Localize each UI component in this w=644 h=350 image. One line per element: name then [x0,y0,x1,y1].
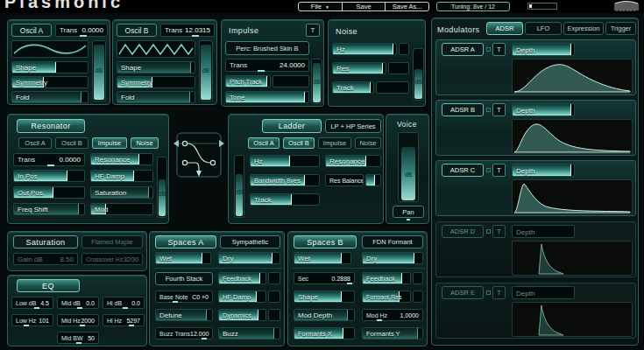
oscil-a-db-slider[interactable]: dB [92,40,106,102]
adsr-b-depth-slider[interactable]: Depth [512,103,575,116]
spaces-a-base-note-field[interactable]: Base Note C0 +0 [155,290,213,303]
spaces-a-detune-slider[interactable]: Detune [155,309,213,321]
spaces-a-stack-dropdown[interactable]: Fourth Stack [155,272,213,285]
eq-low-hz-field[interactable]: Low Hz 101 [11,314,53,326]
ladder-res-balance-box[interactable] [365,174,381,186]
adsr-e-button[interactable]: ADSR E [442,286,484,299]
spaces-a-feedback-box[interactable] [268,272,280,284]
adsr-a-depth-slider[interactable]: Depth [512,43,575,56]
resonator-title-button[interactable]: Resonator [17,119,85,133]
voice-db-slider[interactable]: dB [398,132,419,202]
ladder-source-impulse[interactable]: Impulse [318,137,351,149]
adsr-e-t-button[interactable]: T [492,286,506,299]
adsr-c-depth-slider[interactable]: Depth [512,164,575,177]
saturation-gain-field[interactable]: Gain dB 8.50 [13,253,78,265]
ladder-source-oscil-a[interactable]: Oscil A [248,137,280,149]
eq-low-db-field[interactable]: Low dB 4.5 [11,297,53,309]
adsr-c-button[interactable]: ADSR C [442,164,484,177]
spaces-b-formants-x-slider[interactable]: Formants X [294,327,355,340]
tab-expression[interactable]: Expression [563,22,604,35]
ladder-mode-dropdown[interactable]: LP + HP Series [325,119,381,133]
ladder-res-balance-slider[interactable]: Res Balance [325,174,364,186]
saturation-title-button[interactable]: Saturation [13,235,78,248]
eq-mid-bw-field[interactable]: Mid BW 50 [57,332,99,344]
spaces-b-sec-field[interactable]: Sec 0.2888 [294,272,355,284]
resonator-resonance-slider[interactable]: Resonance [90,153,153,165]
eq-hi-db-field[interactable]: Hi dB 0.0 [103,297,145,309]
save-as-button[interactable]: Save As... [386,3,428,10]
spaces-a-title-button[interactable]: Spaces A [155,235,216,248]
oscil-b-trans-field[interactable]: Trans 12.0315 [160,24,215,37]
noise-track-box[interactable] [376,81,409,94]
impulse-trans-field[interactable]: Trans 24.0000 [225,59,309,72]
ladder-bandwidth-slider[interactable]: Bandwidth 8ves [250,174,320,186]
adsr-b-t-button[interactable]: T [492,103,506,116]
spaces-a-feedback-slider[interactable]: Feedback [218,272,266,284]
spaces-a-hf-damp-slider[interactable]: HF Damp [218,290,266,303]
resonator-in-pos-slider[interactable]: In Pos [13,170,85,182]
noise-db-slider[interactable]: dB [413,48,424,101]
spaces-b-shape-slider[interactable]: Shape [294,290,355,303]
ladder-track-slider[interactable]: Track [250,193,320,206]
impulse-tone-slider[interactable]: Tone [225,91,309,103]
adsr-e-depth-slider[interactable]: Depth [512,286,575,299]
oscil-a-shape-slider[interactable]: Shape [11,61,88,74]
save-button[interactable]: Save [343,3,386,10]
oscil-a-title-button[interactable]: Oscil A [11,24,52,37]
spaces-a-hf-damp-box[interactable] [268,290,280,303]
resonator-out-pos-slider[interactable]: Out Pos [13,186,85,199]
adsr-b-button[interactable]: ADSR B [442,103,484,116]
resonator-mod-slider[interactable]: Mod [90,203,153,215]
noise-res-slider[interactable]: Res [332,62,386,74]
resonator-source-oscil-a[interactable]: Oscil A [18,137,52,149]
file-menu-button[interactable]: File ▼ [299,3,343,10]
spaces-a-buzz-slider[interactable]: Buzz [218,327,280,340]
ladder-source-noise[interactable]: Noise [355,137,381,149]
ladder-hz-slider[interactable]: Hz [250,155,320,167]
impulse-db-slider[interactable]: dB [311,59,322,104]
saturation-crossover-field[interactable]: Crossover Hz 3200 [81,253,143,265]
spaces-a-dry-slider[interactable]: Dry [218,252,280,264]
adsr-d-button[interactable]: ADSR D [442,225,484,238]
tab-lfo[interactable]: LFO [525,22,562,35]
resonator-db-slider[interactable]: dB [157,157,167,218]
impulse-t-button[interactable]: T [306,24,320,37]
oscil-b-shape-slider[interactable]: Shape [117,61,195,74]
spaces-b-dry-slider[interactable]: Dry [362,252,423,264]
adsr-a-t-button[interactable]: T [492,43,506,56]
resonator-freq-shift-slider[interactable]: Freq Shift [13,203,85,215]
impulse-pitch-track-box[interactable] [272,75,309,88]
spaces-b-formants-y-slider[interactable]: Formants Y [362,327,423,340]
ladder-db-slider[interactable]: dB [234,155,244,218]
spaces-a-buzz-trans-field[interactable]: Buzz Trans 12.000 [155,327,213,340]
spaces-a-dynamics-box[interactable] [268,309,280,321]
adsr-c-t-button[interactable]: T [492,164,506,177]
ladder-source-oscil-b[interactable]: Oscil B [283,137,315,149]
adsr-d-t-button[interactable]: T [492,225,506,238]
eq-title-button[interactable]: EQ [17,279,80,292]
tab-adsr[interactable]: ADSR [486,22,523,35]
ladder-resonance-slider[interactable]: Resonance [325,155,381,167]
spaces-b-formant-res-box[interactable] [413,290,423,303]
ladder-title-button[interactable]: Ladder [262,119,322,133]
noise-hz-slider[interactable]: Hz [332,43,397,55]
oscil-a-symmetry-slider[interactable]: Symmetry [11,76,88,88]
resonator-source-noise[interactable]: Noise [131,137,159,149]
routing-matrix[interactable] [172,130,226,184]
spaces-b-title-button[interactable]: Spaces B [294,235,357,248]
noise-hz-box[interactable] [399,43,409,55]
spaces-b-mod-depth-slider[interactable]: Mod Depth [294,309,355,321]
spaces-b-formant-res-slider[interactable]: Formant Res [362,290,411,303]
resonator-saturation-slider[interactable]: Saturation [90,186,153,199]
spaces-a-preset-dropdown[interactable]: Sympathetic [220,235,280,248]
adsr-d-depth-slider[interactable]: Depth [512,225,575,238]
oscil-b-symmetry-slider[interactable]: Symmetry [117,76,195,88]
resonator-hf-damp-slider[interactable]: HF Damp [90,170,153,182]
eq-mid-hz-field[interactable]: Mid Hz 2000 [57,314,99,326]
adsr-a-button[interactable]: ADSR A [442,43,484,56]
noise-track-slider[interactable]: Track [332,81,374,94]
eq-hi-hz-field[interactable]: Hi Hz 5297 [103,314,145,326]
spaces-a-dynamics-slider[interactable]: Dynamics [218,309,266,321]
impulse-preset-dropdown[interactable]: Perc: Brushed Skin B [225,41,309,55]
tab-trigger[interactable]: Trigger [605,22,636,35]
